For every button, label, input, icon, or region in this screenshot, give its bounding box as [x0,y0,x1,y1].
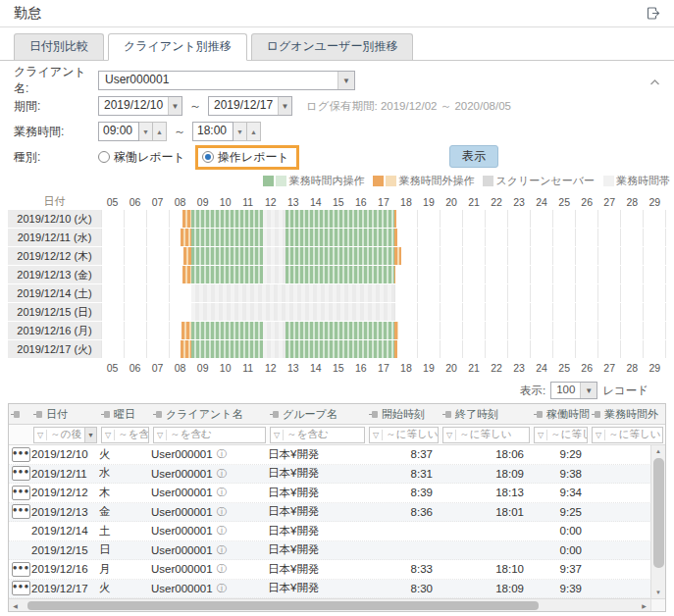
scroll-right-icon[interactable]: ▶ [638,602,650,609]
spin-up-icon[interactable]: ▲ [247,122,261,141]
horizontal-scrollbar[interactable]: ◀ ▶ [9,598,665,611]
collapse-panel-icon[interactable] [649,76,660,89]
pin-icon[interactable] [534,410,544,419]
info-icon[interactable]: ⓘ [217,562,227,576]
tab-client-transition[interactable]: クライアント別推移 [108,33,247,61]
column-header-start[interactable]: 開始時刻 [367,404,441,424]
spin-up-icon[interactable]: ▲ [153,122,167,141]
gantt-track [101,340,666,358]
radio-checked-icon[interactable] [202,151,214,163]
table-row[interactable]: 2019/12/14 土 User000001ⓘ 日本¥開発 0:00 [9,522,665,541]
hour-tick-label: 09 [191,362,214,374]
filter-icon[interactable]: ▽ [105,430,115,440]
period-from-input[interactable]: 2019/12/10 ▼ [98,96,182,116]
scroll-left-icon[interactable]: ◀ [9,602,22,609]
hour-tick-label: 17 [372,196,394,208]
pin-icon[interactable] [101,410,111,419]
chevron-down-icon[interactable]: ▼ [84,428,96,442]
pin-icon[interactable] [369,410,379,419]
filter-duration[interactable]: ▽～に等しい [534,427,588,443]
info-icon[interactable]: ⓘ [217,524,227,538]
row-actions-button[interactable]: ●●● [12,486,30,500]
filter-icon[interactable]: ▽ [274,430,284,440]
filter-start[interactable]: ▽～に等しい [369,427,439,443]
column-header-dow[interactable]: 曜日 [99,404,151,424]
radio-activity-report[interactable]: 操作レポート [202,149,289,166]
filter-icon[interactable]: ▽ [373,430,383,440]
table-row[interactable]: 2019/12/15 日 User000001ⓘ 日本¥開発 0:00 [9,541,665,561]
column-header-group[interactable]: グループ名 [268,404,367,424]
tab-logon-user-transition[interactable]: ログオンユーザー別推移 [251,33,414,61]
hours-to-input[interactable]: 18:00 [192,122,233,141]
table-row[interactable]: ●●● 2019/12/16 月 User000001ⓘ 日本¥開発 8:33 … [9,560,665,580]
gantt-segment-out [394,322,398,339]
scroll-down-icon[interactable]: ▼ [655,587,661,598]
vertical-scrollbar[interactable]: ▲ ▼ [650,445,665,598]
hour-tick-label: 20 [440,196,462,208]
filter-icon[interactable]: ▽ [596,430,605,440]
filter-icon[interactable]: ▽ [446,430,456,440]
hours-from-input[interactable]: 09:00 [98,122,139,141]
table-row[interactable]: ●●● 2019/12/17 火 User000001ⓘ 日本¥開発 8:30 … [9,580,665,599]
pin-icon[interactable] [11,410,21,419]
table-row[interactable]: ●●● 2019/12/11 水 User000001ⓘ 日本¥開発 8:31 … [9,465,665,485]
filter-group[interactable]: ▽～を含む [270,427,365,443]
row-actions-button[interactable]: ●●● [12,466,30,481]
column-header-duration[interactable]: 稼働時間 [532,404,590,424]
spin-down-icon[interactable]: ▼ [233,122,247,141]
column-header-date[interactable]: 日付 [31,404,99,424]
hour-tick-label: 08 [169,362,191,374]
column-header-offhours[interactable]: 業務時間外 [590,404,665,424]
info-icon[interactable]: ⓘ [217,486,227,499]
chevron-down-icon[interactable]: ▼ [580,383,596,398]
row-actions-button[interactable]: ●●● [12,562,30,577]
page-size-select[interactable]: 100 ▼ [550,382,597,399]
filter-icon[interactable]: ▽ [37,430,47,440]
filter-end[interactable]: ▽～に等しい [442,427,530,443]
filter-dow[interactable]: ▽～を含む [101,427,149,443]
scroll-up-icon[interactable]: ▲ [655,445,661,457]
gantt-row: 2019/12/13 (金) [8,266,666,283]
horizontal-scroll-thumb[interactable] [27,601,539,610]
show-button[interactable]: 表示 [449,145,498,168]
chevron-down-icon[interactable]: ▼ [278,97,291,115]
spin-down-icon[interactable]: ▼ [139,122,153,141]
legend-swatch [373,176,384,186]
pin-icon[interactable] [33,410,43,419]
pin-icon[interactable] [592,410,601,419]
column-header-end[interactable]: 終了時刻 [441,404,532,424]
row-actions-button[interactable]: ●●● [12,581,30,595]
table-row[interactable]: ●●● 2019/12/12 木 User000001ⓘ 日本¥開発 8:39 … [9,484,665,503]
filter-icon[interactable]: ▽ [157,430,167,440]
table-row[interactable]: ●●● 2019/12/10 火 User000001ⓘ 日本¥開発 8:37 … [9,445,665,465]
period-to-input[interactable]: 2019/12/17 ▼ [208,96,292,116]
pin-icon[interactable] [153,410,163,419]
info-icon[interactable]: ⓘ [217,543,227,557]
row-actions-button[interactable]: ●●● [12,447,30,462]
radio-icon[interactable] [98,151,110,163]
info-icon[interactable]: ⓘ [217,505,227,519]
info-icon[interactable]: ⓘ [217,447,227,461]
gantt-segment-in [191,322,263,339]
filter-date[interactable]: ▽～の後▼ [33,427,97,443]
filter-client[interactable]: ▽～を含む [153,427,266,443]
client-name-select[interactable]: User000001 ▼ [98,71,355,90]
radio-operation-report[interactable]: 稼働レポート [98,149,185,166]
gantt-date-label: 2019/12/11 (水) [8,229,101,246]
info-icon[interactable]: ⓘ [217,467,227,481]
info-icon[interactable]: ⓘ [217,582,227,595]
chevron-down-icon[interactable]: ▼ [168,97,181,115]
chevron-down-icon[interactable]: ▼ [337,72,354,89]
tab-date-comparison[interactable]: 日付別比較 [14,33,104,61]
table-row[interactable]: ●●● 2019/12/13 金 User000001ⓘ 日本¥開発 8:36 … [9,503,665,523]
column-header-client[interactable]: クライアント名 [151,404,268,424]
pin-icon[interactable] [442,410,452,419]
export-button[interactable] [646,6,660,21]
row-actions-button[interactable]: ●●● [12,504,30,519]
filter-offhours[interactable]: ▽～に等しい [592,427,663,443]
vertical-scroll-thumb[interactable] [653,458,664,568]
title-bar: 勤怠 [0,0,674,27]
filter-icon[interactable]: ▽ [538,430,547,440]
pin-icon[interactable] [270,410,280,419]
hour-tick-label: 14 [304,196,327,208]
